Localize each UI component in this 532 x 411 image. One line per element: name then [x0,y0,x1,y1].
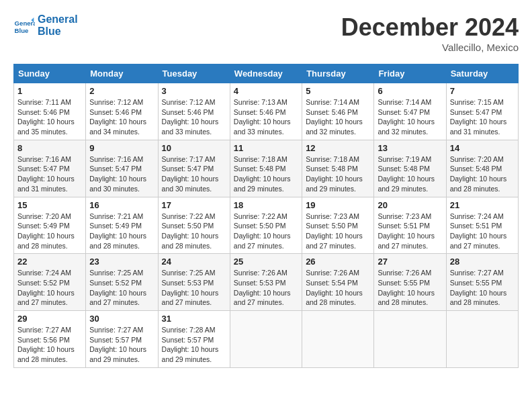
calendar-cell: 7Sunrise: 7:15 AM Sunset: 5:47 PM Daylig… [446,83,518,140]
day-number: 2 [89,86,154,96]
month-title: December 2024 [341,13,519,42]
day-info: Sunrise: 7:28 AM Sunset: 5:57 PM Dayligh… [162,325,226,365]
weekday-header-monday: Monday [86,64,158,83]
day-number: 13 [378,143,442,153]
calendar-cell: 25Sunrise: 7:26 AM Sunset: 5:53 PM Dayli… [230,254,302,311]
svg-text:Blue: Blue [15,27,29,34]
day-number: 3 [162,86,226,96]
day-number: 9 [89,143,154,153]
calendar-body: 1Sunrise: 7:11 AM Sunset: 5:46 PM Daylig… [14,83,519,368]
day-info: Sunrise: 7:27 AM Sunset: 5:57 PM Dayligh… [89,325,154,365]
calendar-table: SundayMondayTuesdayWednesdayThursdayFrid… [13,64,519,368]
calendar-cell: 5Sunrise: 7:14 AM Sunset: 5:46 PM Daylig… [302,83,374,140]
day-number: 14 [450,143,515,153]
location: Vallecillo, Mexico [341,42,519,53]
day-info: Sunrise: 7:22 AM Sunset: 5:50 PM Dayligh… [234,212,298,251]
calendar-cell: 30Sunrise: 7:27 AM Sunset: 5:57 PM Dayli… [86,311,158,368]
calendar-week-2: 8Sunrise: 7:16 AM Sunset: 5:47 PM Daylig… [14,140,519,197]
day-info: Sunrise: 7:21 AM Sunset: 5:49 PM Dayligh… [89,212,154,251]
day-number: 28 [450,257,515,267]
day-info: Sunrise: 7:12 AM Sunset: 5:46 PM Dayligh… [162,97,226,137]
calendar-cell: 8Sunrise: 7:16 AM Sunset: 5:47 PM Daylig… [14,140,86,197]
day-info: Sunrise: 7:14 AM Sunset: 5:47 PM Dayligh… [378,97,442,137]
day-number: 17 [162,200,226,210]
day-info: Sunrise: 7:25 AM Sunset: 5:52 PM Dayligh… [89,268,154,308]
calendar-cell: 23Sunrise: 7:25 AM Sunset: 5:52 PM Dayli… [86,254,158,311]
calendar-header-row: SundayMondayTuesdayWednesdayThursdayFrid… [14,64,519,83]
day-info: Sunrise: 7:23 AM Sunset: 5:50 PM Dayligh… [306,212,370,251]
day-number: 27 [378,257,442,267]
day-info: Sunrise: 7:12 AM Sunset: 5:46 PM Dayligh… [89,97,154,137]
calendar-cell: 28Sunrise: 7:27 AM Sunset: 5:55 PM Dayli… [446,254,518,311]
day-info: Sunrise: 7:27 AM Sunset: 5:55 PM Dayligh… [450,268,515,308]
day-number: 18 [234,200,298,210]
day-info: Sunrise: 7:20 AM Sunset: 5:48 PM Dayligh… [450,154,515,194]
calendar-cell: 16Sunrise: 7:21 AM Sunset: 5:49 PM Dayli… [86,197,158,254]
calendar-cell: 26Sunrise: 7:26 AM Sunset: 5:54 PM Dayli… [302,254,374,311]
calendar-cell: 24Sunrise: 7:25 AM Sunset: 5:53 PM Dayli… [158,254,230,311]
calendar-cell: 11Sunrise: 7:18 AM Sunset: 5:48 PM Dayli… [230,140,302,197]
day-info: Sunrise: 7:19 AM Sunset: 5:48 PM Dayligh… [378,154,442,194]
day-number: 11 [234,143,298,153]
calendar-cell: 3Sunrise: 7:12 AM Sunset: 5:46 PM Daylig… [158,83,230,140]
calendar-cell: 27Sunrise: 7:26 AM Sunset: 5:55 PM Dayli… [374,254,446,311]
weekday-header-wednesday: Wednesday [230,64,302,83]
day-number: 1 [17,86,82,96]
page-header: General Blue General Blue December 2024 … [13,13,519,53]
calendar-cell: 6Sunrise: 7:14 AM Sunset: 5:47 PM Daylig… [374,83,446,140]
calendar-week-1: 1Sunrise: 7:11 AM Sunset: 5:46 PM Daylig… [14,83,519,140]
day-info: Sunrise: 7:13 AM Sunset: 5:46 PM Dayligh… [234,97,298,137]
weekday-header-friday: Friday [374,64,446,83]
day-number: 20 [378,200,442,210]
logo-text: General [38,13,78,26]
day-info: Sunrise: 7:23 AM Sunset: 5:51 PM Dayligh… [378,212,442,251]
day-number: 12 [306,143,370,153]
day-number: 23 [89,257,154,267]
calendar-cell [374,311,446,368]
day-info: Sunrise: 7:20 AM Sunset: 5:49 PM Dayligh… [17,212,82,251]
calendar-week-3: 15Sunrise: 7:20 AM Sunset: 5:49 PM Dayli… [14,197,519,254]
day-number: 8 [17,143,82,153]
calendar-cell: 1Sunrise: 7:11 AM Sunset: 5:46 PM Daylig… [14,83,86,140]
day-info: Sunrise: 7:11 AM Sunset: 5:46 PM Dayligh… [17,97,82,137]
day-number: 21 [450,200,515,210]
weekday-header-saturday: Saturday [446,64,518,83]
calendar-cell [446,311,518,368]
day-info: Sunrise: 7:27 AM Sunset: 5:56 PM Dayligh… [17,325,82,365]
day-number: 6 [378,86,442,96]
calendar-cell: 17Sunrise: 7:22 AM Sunset: 5:50 PM Dayli… [158,197,230,254]
logo-icon: General Blue [13,15,35,36]
day-number: 15 [17,200,82,210]
day-number: 16 [89,200,154,210]
day-info: Sunrise: 7:25 AM Sunset: 5:53 PM Dayligh… [162,268,226,308]
calendar-cell: 31Sunrise: 7:28 AM Sunset: 5:57 PM Dayli… [158,311,230,368]
day-number: 31 [162,314,226,324]
day-info: Sunrise: 7:24 AM Sunset: 5:52 PM Dayligh… [17,268,82,308]
calendar-cell: 2Sunrise: 7:12 AM Sunset: 5:46 PM Daylig… [86,83,158,140]
title-area: December 2024 Vallecillo, Mexico [341,13,519,53]
calendar-cell: 9Sunrise: 7:16 AM Sunset: 5:47 PM Daylig… [86,140,158,197]
day-number: 25 [234,257,298,267]
calendar-cell: 4Sunrise: 7:13 AM Sunset: 5:46 PM Daylig… [230,83,302,140]
calendar-cell: 13Sunrise: 7:19 AM Sunset: 5:48 PM Dayli… [374,140,446,197]
calendar-cell: 18Sunrise: 7:22 AM Sunset: 5:50 PM Dayli… [230,197,302,254]
calendar-cell: 22Sunrise: 7:24 AM Sunset: 5:52 PM Dayli… [14,254,86,311]
day-number: 24 [162,257,226,267]
calendar-cell: 15Sunrise: 7:20 AM Sunset: 5:49 PM Dayli… [14,197,86,254]
logo: General Blue General Blue [13,13,78,38]
calendar-cell: 12Sunrise: 7:18 AM Sunset: 5:48 PM Dayli… [302,140,374,197]
day-number: 4 [234,86,298,96]
calendar-cell [302,311,374,368]
day-info: Sunrise: 7:14 AM Sunset: 5:46 PM Dayligh… [306,97,370,137]
day-info: Sunrise: 7:18 AM Sunset: 5:48 PM Dayligh… [306,154,370,194]
day-info: Sunrise: 7:26 AM Sunset: 5:53 PM Dayligh… [234,268,298,308]
day-info: Sunrise: 7:22 AM Sunset: 5:50 PM Dayligh… [162,212,226,251]
calendar-cell: 20Sunrise: 7:23 AM Sunset: 5:51 PM Dayli… [374,197,446,254]
day-info: Sunrise: 7:26 AM Sunset: 5:55 PM Dayligh… [378,268,442,308]
calendar-week-4: 22Sunrise: 7:24 AM Sunset: 5:52 PM Dayli… [14,254,519,311]
day-info: Sunrise: 7:16 AM Sunset: 5:47 PM Dayligh… [17,154,82,194]
calendar-cell: 14Sunrise: 7:20 AM Sunset: 5:48 PM Dayli… [446,140,518,197]
day-info: Sunrise: 7:26 AM Sunset: 5:54 PM Dayligh… [306,268,370,308]
weekday-header-tuesday: Tuesday [158,64,230,83]
weekday-header-sunday: Sunday [14,64,86,83]
